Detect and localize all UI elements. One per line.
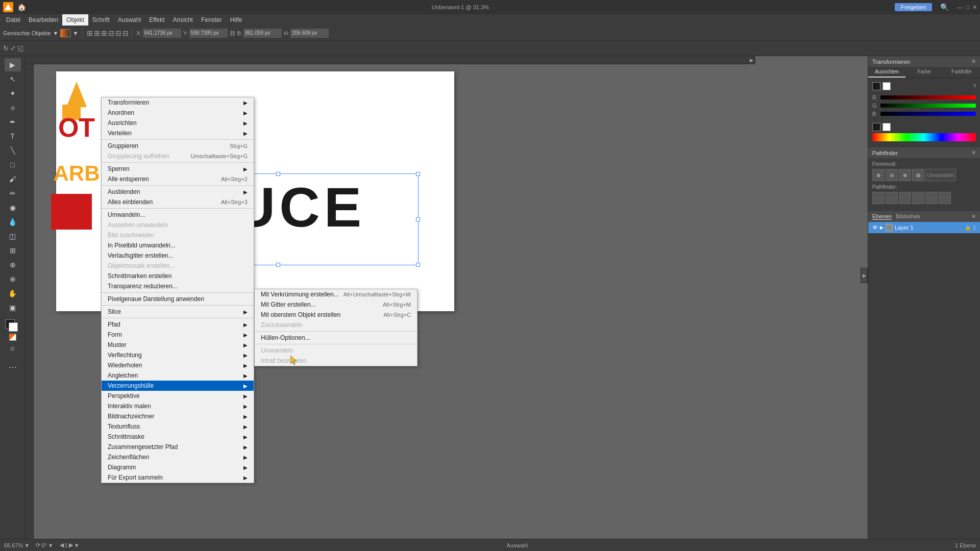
eyedropper-tool[interactable]: 💧 [5,215,21,229]
verzerrung-submenu[interactable]: Mit Verkrümmung erstellen...Alt+Umschalt… [254,289,418,366]
menu-export-sammeln[interactable]: Für Export sammeln▶ [102,472,254,483]
trim-button[interactable] [886,192,898,204]
menu-diagramm[interactable]: Diagramm▶ [102,462,254,472]
shape-builder-tool[interactable]: ⊕ [5,258,21,271]
menu-interaktiv-malen[interactable]: Interaktiv malen▶ [102,401,254,411]
fill-none[interactable]: ∅ [5,342,21,355]
align-left-icon[interactable]: ⊞ [87,29,93,37]
menu-zusammengesetzter-pfad[interactable]: Zusammengesetzter Pfad▶ [102,442,254,452]
pencil-tool[interactable]: ✏ [5,187,21,200]
menu-verlaufsgitter[interactable]: Verlaufsgitter erstellen... [102,251,254,261]
tool-selector[interactable]: Gemischte Objekte ▼ ▼ [3,29,83,37]
menu-pixelgenaue[interactable]: Pixelgenaue Darstellung anwenden [102,294,254,304]
magic-wand-tool[interactable]: ✦ [5,87,21,100]
menu-sperren[interactable]: Sperren▶ [102,164,254,174]
menu-anordnen[interactable]: Anordnen▶ [102,108,254,118]
color-gradient-bar[interactable] [872,133,976,141]
menu-datei[interactable]: Datei [2,14,24,26]
menu-aussehen-umwandeln[interactable]: Aussehen umwandeln [102,220,254,230]
menu-transparenz[interactable]: Transparenz reduzieren... [102,281,254,291]
tab-bibliothek[interactable]: Bibliothek [896,213,920,220]
layer-expand-icon[interactable]: ▶ [880,225,884,230]
menu-huellen-optionen[interactable]: Hüllen-Optionen... [255,333,417,343]
minus-front-button[interactable]: ⊖ [886,169,898,181]
prev-page-icon[interactable]: ◀ [60,542,64,548]
x-input[interactable] [143,29,181,38]
width-input[interactable] [243,29,282,38]
tab-farbe[interactable]: Farbe [905,67,943,78]
menu-zurueckwandeln[interactable]: Zurückwandeln [255,320,417,330]
menu-umwandeln[interactable]: Umwandeln... [102,210,254,220]
layer-row[interactable]: 👁 ▶ Layer 1 🔒 1 [868,222,980,233]
menu-verzerrungshuelle[interactable]: Verzerrungshülle▶ [102,381,254,391]
intersect-button[interactable]: ⊗ [899,169,911,181]
expand-button[interactable]: Umwandeln [925,169,956,181]
maximize-button[interactable]: □ [966,4,969,11]
pathfinder-close-icon[interactable]: ✕ [971,149,976,156]
minus-back-button[interactable] [939,192,951,204]
menu-hilfe[interactable]: Hilfe [226,14,247,26]
merge-button[interactable] [899,192,911,204]
menu-pfad[interactable]: Pfad▶ [102,319,254,330]
white-stroke-swatch[interactable] [883,82,891,90]
layer-visibility-icon[interactable]: 👁 [872,224,878,231]
menu-umwandeln-sub[interactable]: Umwandeln [255,345,417,356]
menu-bearbeiten[interactable]: Bearbeiten [24,14,62,26]
page-dropdown-icon[interactable]: ▼ [74,542,80,548]
rotate-icon[interactable]: ↻ [3,44,9,52]
y-input[interactable] [189,29,228,38]
search-icon[interactable]: 🔍 [940,3,949,11]
rect-tool[interactable]: □ [5,158,21,171]
shear-icon[interactable]: ◱ [17,44,23,52]
zoom-level[interactable]: 66.67% ▼ [4,542,30,548]
swap-colors-icon[interactable] [9,334,16,341]
menu-transformieren[interactable]: Transformieren▶ [102,97,254,108]
layers-close-icon[interactable]: ✕ [971,213,976,220]
r-slider[interactable] [880,95,976,99]
menu-textumfluss[interactable]: Textumfluss▶ [102,421,254,432]
layer-lock-icon[interactable]: 🔒 [965,225,971,231]
menu-bildnachzeichner[interactable]: Bildnachzeichner▶ [102,411,254,421]
height-input[interactable] [290,29,329,38]
zoom-dropdown-icon[interactable]: ▼ [24,542,30,548]
unite-button[interactable]: ⊕ [872,169,885,181]
menu-form[interactable]: Form▶ [102,330,254,340]
close-button[interactable]: ✕ [972,4,977,11]
menu-mit-oberstem-objekt[interactable]: Mit oberstem Objekt erstellenAlt+Strg+C [255,310,417,320]
blend-tool[interactable]: ◉ [5,201,21,214]
pen-tool[interactable]: ✒ [5,115,21,129]
lasso-tool[interactable]: ⌾ [5,101,21,114]
more-tools[interactable]: ⋯ [5,360,21,373]
scale-icon[interactable]: ⤢ [10,44,16,52]
align-center-h-icon[interactable]: ⊞ [94,29,100,37]
menu-alles-einblenden[interactable]: Alles einblendenAlt+Strg+3 [102,197,254,207]
text-tool[interactable]: T [5,130,21,143]
scroll-right-icon[interactable]: ▶ [747,56,755,64]
menu-gruppieren[interactable]: GruppierenStrg+G [102,141,254,151]
exclude-button[interactable]: ⊞ [912,169,924,181]
menu-schnittmarken[interactable]: Schnittmarken erstellen [102,271,254,281]
menu-perspektive[interactable]: Perspektive▶ [102,391,254,401]
menu-in-pixelbild[interactable]: In Pixelbild umwandeln... [102,240,254,251]
align-bottom-icon[interactable]: ⊟ [122,29,129,37]
menu-ansicht[interactable]: Ansicht [169,14,197,26]
fg-swatch[interactable] [872,123,880,131]
black-fill-swatch[interactable] [872,82,880,90]
tab-ebenen[interactable]: Ebenen [872,213,892,220]
menu-wiederholen[interactable]: Wiederholen▶ [102,360,254,370]
mesh-tool[interactable]: ⊞ [5,244,21,257]
menu-ausrichten[interactable]: Ausrichten▶ [102,118,254,128]
menu-mit-verkruemmung[interactable]: Mit Verkrümmung erstellen...Alt+Umschalt… [255,289,417,299]
menu-zeichenflaechen[interactable]: Zeichenflächen▶ [102,452,254,462]
paintbrush-tool[interactable]: 🖌 [5,172,21,186]
b-slider[interactable] [880,112,976,116]
zoom-tool[interactable]: ⊕ [5,272,21,286]
hand-tool[interactable]: ✋ [5,287,21,300]
menu-verteilen[interactable]: Verteilen▶ [102,128,254,138]
tool-color-arrow[interactable]: ▼ [72,30,78,36]
menu-alle-entsperren[interactable]: Alle entsperrenAlt+Strg+2 [102,174,254,184]
chain-icon[interactable]: ⛓ [230,30,235,36]
menu-verflechtung[interactable]: Verflechtung▶ [102,350,254,360]
tab-farbhilfe[interactable]: Farbhilfe [943,67,980,78]
menu-mit-gitter[interactable]: Mit Gitter erstellen...Alt+Strg+M [255,299,417,310]
